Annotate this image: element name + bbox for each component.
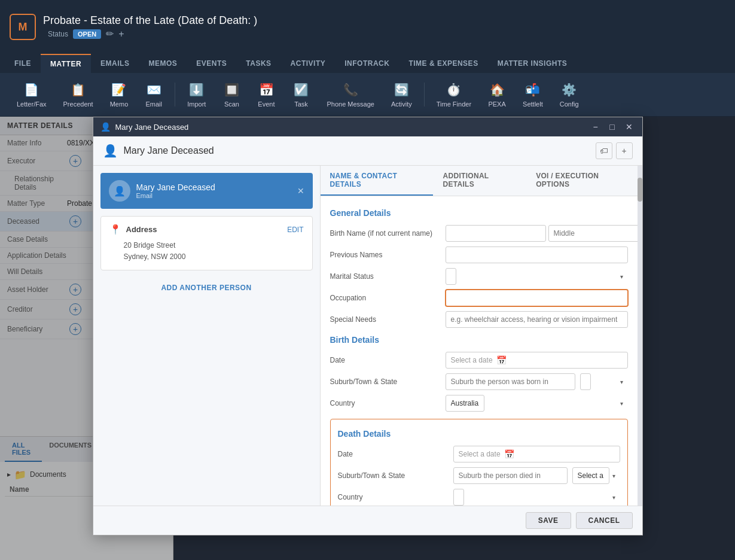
phone-message-button[interactable]: 📞 Phone Message [319,78,382,111]
death-date-text: Select a date [459,450,501,458]
settlelt-icon: 📬 [524,81,541,98]
contact-info: Mary Jane Deceased Email [136,182,215,199]
add-header-button[interactable]: + [616,142,633,159]
nav-tab-infotrack[interactable]: INFOTRACK [335,54,399,73]
death-suburb-label: Suburb/Town & State [338,471,449,480]
death-state-wrapper: Select a [572,467,620,484]
birth-date-picker[interactable]: Select a date 📅 [446,352,628,369]
birth-state-select[interactable] [580,373,591,390]
death-country-select[interactable] [453,489,464,506]
modal-title: Mary Jane Deceased [115,123,585,132]
add-icon[interactable]: + [118,29,124,39]
death-details-title: Death Details [338,429,620,439]
add-another-person-button[interactable]: ADD ANOTHER PERSON [93,278,320,298]
address-title: Address [126,225,283,234]
birth-name-middle-input[interactable] [548,225,638,242]
pexa-label: PEXA [488,101,505,108]
bookmark-button[interactable]: 🏷 [596,142,612,159]
death-date-picker[interactable]: Select a date 📅 [453,446,620,462]
birth-country-row: Country Australia [330,395,628,412]
birth-country-select[interactable]: Australia [446,395,484,412]
scan-button[interactable]: 🔲 Scan [215,78,248,111]
event-button[interactable]: 📅 Event [250,78,282,111]
app-title: Probate - Estate of the Late (Date of De… [43,14,257,27]
status-area: Status OPEN ✏ + [48,28,257,39]
tab-voi[interactable]: VOI / EXECUTION OPTIONS [526,166,637,196]
app-logo[interactable]: M [10,14,36,40]
precedent-button[interactable]: 📋 Precedent [56,78,100,111]
tab-additional[interactable]: ADDITIONAL DETAILS [433,166,526,196]
previous-names-input[interactable] [446,246,628,263]
nav-tab-memos[interactable]: MEMOS [139,54,187,73]
general-details-title: General Details [330,208,628,218]
birth-date-row: Date Select a date 📅 [330,352,628,369]
nav-tab-tasks[interactable]: TASKS [236,54,280,73]
marital-status-wrapper [446,268,628,285]
calendar-icon: 📅 [496,355,507,365]
address-card: 📍 Address EDIT 20 Bridge Street Sydney, … [100,216,313,270]
nav-tab-time-expenses[interactable]: TIME & EXPENSES [399,54,487,73]
tab-name-contact[interactable]: NAME & CONTACT DETAILS [321,166,434,196]
birth-details-title: Birth Details [330,335,628,345]
contact-card-mary-jane[interactable]: 👤 Mary Jane Deceased Email ✕ [100,173,313,209]
nav-tab-emails[interactable]: EMAILS [91,54,139,73]
toolbar-sep-2 [424,83,425,106]
birth-suburb-input[interactable] [446,373,575,390]
main-layout: MATTER DETAILS Matter Info 0819/XXXX - E… [0,117,735,560]
task-icon: ☑️ [292,81,309,98]
birth-name-first-input[interactable] [446,225,546,242]
settlelt-button[interactable]: 📬 Settlelt [516,78,550,111]
cancel-button[interactable]: CANCEL [576,512,633,529]
nav-tab-matter-insights[interactable]: MATTER INSIGHTS [488,54,577,73]
nav-tab-file[interactable]: FILE [5,54,41,73]
modal-maximize-button[interactable]: □ [606,121,618,133]
precedent-icon: 📋 [70,81,87,98]
marital-status-select[interactable] [446,268,456,285]
nav-tab-matter[interactable]: MATTER [41,54,91,73]
time-finder-button[interactable]: ⏱️ Time Finder [429,78,478,111]
email-button[interactable]: ✉️ Email [138,78,170,111]
birth-suburb-row: Suburb/Town & State [330,373,628,390]
import-icon: ⬇️ [188,81,205,98]
marital-status-label: Marital Status [330,272,441,281]
contact-close-button[interactable]: ✕ [297,186,304,196]
scrollbar-thumb[interactable] [638,178,642,202]
death-suburb-input[interactable] [453,467,568,484]
pexa-button[interactable]: 🏠 PEXA [481,78,513,111]
modal: 👤 Mary Jane Deceased − □ ✕ 👤 Mary Jane D… [93,117,643,535]
special-needs-input[interactable] [446,311,628,328]
details-tabs: NAME & CONTACT DETAILS ADDITIONAL DETAIL… [321,166,638,196]
birth-country-label: Country [330,399,441,407]
death-calendar-icon: 📅 [504,449,514,459]
modal-close-button[interactable]: ✕ [623,121,635,133]
contact-card-header: 👤 Mary Jane Deceased Email ✕ [100,173,313,209]
memo-button[interactable]: 📝 Memo [103,78,136,111]
contact-name: Mary Jane Deceased [136,182,215,192]
task-button[interactable]: ☑️ Task [285,78,317,111]
nav-tab-activity[interactable]: ACTIVITY [281,54,336,73]
special-needs-label: Special Needs [330,315,441,324]
marital-status-row: Marital Status [330,268,628,285]
modal-minimize-button[interactable]: − [590,121,602,133]
modal-body: 👤 Mary Jane Deceased Email ✕ 📍 Add [93,166,642,506]
config-button[interactable]: ⚙️ Config [553,78,586,111]
contact-sub: Email [136,192,215,199]
death-state-select[interactable]: Select a [572,467,609,484]
activity-button[interactable]: 🔄 Activity [384,78,419,111]
phone-label: Phone Message [327,101,374,108]
toolbar-sep-1 [175,83,175,106]
nav-tab-events[interactable]: EVENTS [187,54,236,73]
birth-country-wrapper: Australia [446,395,628,412]
letter-fax-button[interactable]: 📄 Letter/Fax [10,78,54,111]
time-finder-label: Time Finder [437,101,471,108]
previous-names-row: Previous Names [330,246,628,263]
edit-icon[interactable]: ✏ [106,28,114,39]
nav-tabs: FILE MATTER EMAILS MEMOS EVENTS TASKS AC… [0,54,735,73]
import-button[interactable]: ⬇️ Import [180,78,213,111]
scrollbar[interactable] [638,166,642,506]
occupation-input[interactable] [446,290,628,306]
toolbar: 📄 Letter/Fax 📋 Precedent 📝 Memo ✉️ Email… [0,73,735,117]
contacts-panel: 👤 Mary Jane Deceased Email ✕ 📍 Add [93,166,321,506]
address-edit-button[interactable]: EDIT [287,226,303,234]
save-button[interactable]: SAVE [526,512,571,529]
